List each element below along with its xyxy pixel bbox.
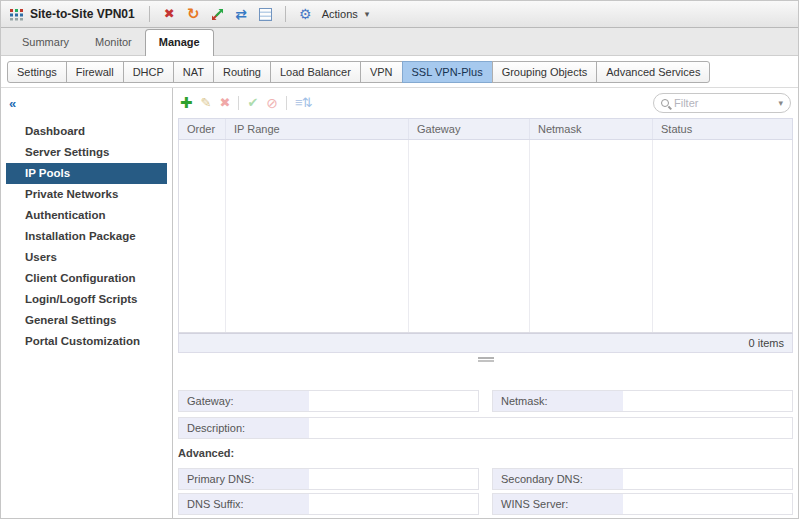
dns-suffix-field: DNS Suffix: <box>178 493 479 515</box>
subtab-vpn[interactable]: VPN <box>360 61 403 83</box>
gateway-input[interactable] <box>309 391 478 411</box>
description-label: Description: <box>179 418 309 438</box>
gateway-field: Gateway: <box>178 390 479 412</box>
enable-button[interactable]: ✔ <box>247 95 258 111</box>
actions-menu-button[interactable]: Actions <box>322 8 358 20</box>
sidebar-nav: Dashboard Server Settings IP Pools Priva… <box>1 121 172 352</box>
advanced-section-label: Advanced: <box>178 447 793 460</box>
sidebar-item-login-logoff-scripts[interactable]: Login/Logoff Scripts <box>1 289 172 310</box>
secondary-dns-input[interactable] <box>623 469 792 489</box>
grid-toolbar: ✚ ✎ ✖ ✔ ⊘ ≡⇅ ▾ <box>178 88 793 118</box>
sidebar-item-private-networks[interactable]: Private Networks <box>1 184 172 205</box>
subtab-settings[interactable]: Settings <box>7 61 67 83</box>
actions-gear-icon[interactable]: ⚙ <box>296 5 315 23</box>
description-field: Description: <box>178 417 793 439</box>
content-area: « Dashboard Server Settings IP Pools Pri… <box>1 88 798 518</box>
subtab-bar: Settings Firewall DHCP NAT Routing Load … <box>1 56 798 88</box>
description-input[interactable] <box>309 418 792 438</box>
main-pane: ✚ ✎ ✖ ✔ ⊘ ≡⇅ ▾ Order IP Range Gateway <box>173 88 798 518</box>
toolbar-divider <box>238 96 239 110</box>
filter-input[interactable] <box>674 97 773 109</box>
delete-button[interactable]: ✖ <box>219 95 230 111</box>
sidebar-item-dashboard[interactable]: Dashboard <box>1 121 172 142</box>
sidebar-item-users[interactable]: Users <box>1 247 172 268</box>
column-header-gateway[interactable]: Gateway <box>409 119 530 139</box>
form-row: DNS Suffix: WINS Server: <box>178 493 793 515</box>
sidebar-collapse-icon[interactable]: « <box>1 94 25 115</box>
edit-button[interactable]: ✎ <box>201 95 212 111</box>
wins-server-input[interactable] <box>623 494 792 514</box>
secondary-dns-field: Secondary DNS: <box>492 468 793 490</box>
redeploy-icon[interactable] <box>208 7 227 21</box>
sidebar-item-portal-customization[interactable]: Portal Customization <box>1 331 172 352</box>
secondary-dns-label: Secondary DNS: <box>493 469 623 489</box>
pane-splitter[interactable] <box>178 353 793 366</box>
dns-suffix-input[interactable] <box>309 494 478 514</box>
toolbar-divider <box>149 6 150 22</box>
sidebar-item-general-settings[interactable]: General Settings <box>1 310 172 331</box>
table-column-ip-range <box>226 140 409 332</box>
toolbar-divider <box>285 6 286 22</box>
sidebar-item-installation-package[interactable]: Installation Package <box>1 226 172 247</box>
titlebar: Site-to-Site VPN01 ✖ ↻ ⇄ ⚙ Actions ▾ <box>1 1 798 28</box>
ip-pool-detail-form: Gateway: Netmask: Description: Advanced: <box>178 366 793 518</box>
sidebar-item-server-settings[interactable]: Server Settings <box>1 142 172 163</box>
table-column-status <box>653 140 792 332</box>
table-column-gateway <box>409 140 530 332</box>
subtab-load-balancer[interactable]: Load Balancer <box>270 61 361 83</box>
primary-dns-field: Primary DNS: <box>178 468 479 490</box>
toolbar-divider <box>286 96 287 110</box>
wins-server-label: WINS Server: <box>493 494 623 514</box>
wins-server-field: WINS Server: <box>492 493 793 515</box>
table-header: Order IP Range Gateway Netmask Status <box>178 118 793 140</box>
subtab-dhcp[interactable]: DHCP <box>123 61 174 83</box>
subtab-firewall[interactable]: Firewall <box>66 61 124 83</box>
column-header-netmask[interactable]: Netmask <box>530 119 653 139</box>
column-header-status[interactable]: Status <box>653 119 792 139</box>
reorder-arrows-icon: ⇅ <box>302 95 312 110</box>
table-column-order <box>179 140 226 332</box>
primary-tabstrip: Summary Monitor Manage <box>1 28 798 56</box>
refresh-icon[interactable]: ↻ <box>184 5 203 23</box>
filter-caret-icon[interactable]: ▾ <box>778 98 783 108</box>
search-icon <box>661 99 669 107</box>
tab-manage[interactable]: Manage <box>145 29 214 56</box>
subtab-routing[interactable]: Routing <box>213 61 271 83</box>
edge-object-icon <box>9 8 25 21</box>
sidebar: « Dashboard Server Settings IP Pools Pri… <box>1 88 173 518</box>
items-count: 0 items <box>749 337 784 349</box>
actions-caret-icon[interactable]: ▾ <box>365 9 370 19</box>
subtab-ssl-vpn-plus[interactable]: SSL VPN-Plus <box>402 61 493 83</box>
delete-edge-icon[interactable]: ✖ <box>160 5 179 23</box>
netmask-field: Netmask: <box>492 390 793 412</box>
notes-icon[interactable] <box>259 8 272 21</box>
page-title: Site-to-Site VPN01 <box>30 7 135 21</box>
sidebar-item-ip-pools[interactable]: IP Pools <box>6 163 167 184</box>
form-row: Gateway: Netmask: <box>178 390 793 412</box>
primary-dns-label: Primary DNS: <box>179 469 309 489</box>
form-row: Primary DNS: Secondary DNS: <box>178 468 793 490</box>
table-column-netmask <box>530 140 653 332</box>
column-header-order[interactable]: Order <box>179 119 226 139</box>
splitter-handle-icon[interactable] <box>478 356 494 363</box>
table-body-empty <box>178 140 793 333</box>
filter-box: ▾ <box>653 93 791 113</box>
gateway-label: Gateway: <box>179 391 309 411</box>
primary-dns-input[interactable] <box>309 469 478 489</box>
form-row: Description: <box>178 417 793 439</box>
subtab-advanced-services[interactable]: Advanced Services <box>596 61 710 83</box>
netmask-input[interactable] <box>623 391 792 411</box>
table-footer: 0 items <box>178 333 793 353</box>
column-header-ip-range[interactable]: IP Range <box>226 119 409 139</box>
subtab-nat[interactable]: NAT <box>173 61 214 83</box>
disable-button[interactable]: ⊘ <box>266 95 278 111</box>
change-order-button[interactable]: ≡⇅ <box>295 95 312 111</box>
subtab-grouping-objects[interactable]: Grouping Objects <box>492 61 598 83</box>
tab-monitor[interactable]: Monitor <box>82 30 145 55</box>
dns-suffix-label: DNS Suffix: <box>179 494 309 514</box>
tab-summary[interactable]: Summary <box>9 30 82 55</box>
sidebar-item-client-configuration[interactable]: Client Configuration <box>1 268 172 289</box>
add-button[interactable]: ✚ <box>180 95 193 111</box>
sync-icon[interactable]: ⇄ <box>232 5 251 23</box>
sidebar-item-authentication[interactable]: Authentication <box>1 205 172 226</box>
